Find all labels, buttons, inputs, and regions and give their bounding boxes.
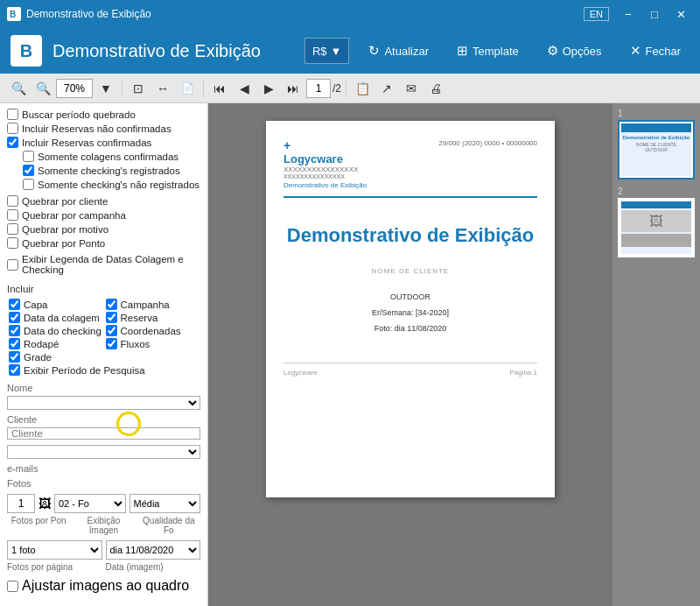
per-page-select[interactable]: 1 foto (7, 540, 102, 560)
ajustar-checkbox[interactable] (7, 581, 18, 592)
checkbox-incluir-reservas-nao-input[interactable] (7, 123, 18, 134)
email-button[interactable]: ✉ (400, 77, 423, 100)
bottom-labels: Fotos por página Data (imagem) (7, 562, 200, 572)
checkbox-incluir-reservas-conf-label: Incluir Reservas confirmadas (22, 137, 151, 148)
nome-select[interactable] (7, 396, 200, 410)
app-title: Demonstrativo de Exibição (52, 41, 294, 61)
refresh-icon: ↻ (368, 43, 380, 59)
fit-page-button[interactable]: ⊡ (127, 77, 150, 100)
preview-subtext: XXXXXXXXXXXXXXX (284, 173, 367, 180)
preview-footer-right: Página 1 (509, 369, 537, 377)
currency-button[interactable]: R$ ▼ (304, 38, 350, 64)
checkbox-coordenadas[interactable]: Coordenadas (106, 325, 200, 336)
thumb-1-frame[interactable]: Demonstrativo de Exibição NOME DE CLIENT… (618, 120, 695, 180)
close-window-button[interactable]: ✕ (668, 4, 693, 25)
checkbox-data-colagem[interactable]: Data da colagem (9, 312, 102, 323)
checkbox-quebrar-ponto[interactable]: Quebrar por Ponto (7, 237, 200, 249)
checkbox-somente-colagens-input[interactable] (23, 151, 34, 162)
thumb-2-frame[interactable]: 🖼 (618, 198, 695, 257)
checkbox-quebrar-ponto-input[interactable] (7, 237, 18, 249)
maximize-button[interactable]: □ (642, 4, 667, 25)
main-layout: Buscar período quebrado Incluir Reservas… (0, 103, 700, 606)
last-page-button[interactable]: ⏭ (282, 77, 304, 100)
checkbox-rodape[interactable]: Rodapé (9, 338, 102, 349)
checkbox-somente-checkings-reg-input[interactable] (23, 165, 34, 176)
date-label: Data (imagem) (106, 562, 201, 572)
checkbox-somente-colagens-label: Somente colagens confirmadas (38, 152, 178, 162)
share-button[interactable]: ↗ (375, 77, 398, 100)
thumb-2-page-num: 2 (618, 187, 695, 196)
zoom-dropdown-button[interactable]: ▼ (94, 77, 117, 100)
page-icon-btn[interactable]: 📄 (176, 77, 199, 100)
checkbox-campanha[interactable]: Campanha (106, 299, 200, 310)
thumb-1-img: Demonstrativo de Exibição NOME DE CLIENT… (621, 123, 691, 176)
checkbox-somente-checkings-noreg-input[interactable] (23, 179, 34, 190)
checkbox-fluxos[interactable]: Fluxos (106, 338, 200, 349)
left-panel: Buscar período quebrado Incluir Reservas… (0, 103, 208, 606)
checkbox-buscar-periodo[interactable]: Buscar período quebrado (7, 109, 200, 120)
cliente-input[interactable] (7, 427, 200, 440)
checkbox-somente-checkings-reg[interactable]: Somente checking's registrados (7, 165, 200, 176)
current-page-input[interactable] (306, 79, 331, 98)
checkbox-incluir-reservas-conf-input[interactable] (7, 137, 18, 148)
zoom-out-button[interactable]: 🔍 (7, 77, 30, 100)
checkbox-capa[interactable]: Capa (9, 299, 102, 310)
zoom-input[interactable] (56, 79, 93, 98)
thumb-2-photo2 (621, 234, 691, 247)
fotos-model-select[interactable]: Modelo 02 - Fo (54, 494, 126, 513)
fotos-num-input[interactable] (7, 494, 35, 513)
fotos-quality-select[interactable]: Média (130, 494, 201, 513)
prev-page-button[interactable]: ◀ (233, 77, 256, 100)
options-button[interactable]: ⚙ Opções (538, 38, 611, 64)
preview-main-title: Demonstrativo de Exibição (284, 224, 537, 247)
thumb-2-photo: 🖼 (621, 210, 691, 232)
thumbnail-2[interactable]: 2 🖼 (618, 187, 695, 257)
include-grid: Capa Campanha Data da colagem Reserva Da… (7, 299, 200, 376)
checkbox-reserva[interactable]: Reserva (106, 312, 200, 323)
date-select[interactable]: dia 11/08/2020 (106, 540, 201, 560)
checkbox-quebrar-campanha[interactable]: Quebrar por campanha (7, 209, 200, 221)
fit-width-button[interactable]: ↔ (151, 77, 174, 100)
checkbox-quebrar-cliente[interactable]: Quebrar por cliente (7, 195, 200, 207)
first-page-button[interactable]: ⏮ (208, 77, 231, 100)
preview-outdoor-label: OUTDOOR (284, 289, 537, 305)
print-button[interactable]: 🖨 (424, 77, 447, 100)
checkbox-incluir-reservas-nao-label: Incluir Reservas não confirmadas (22, 123, 172, 134)
bottom-row: 1 foto dia 11/08/2020 (7, 540, 200, 560)
preview-nome-label: NOME DE CLIENTE (284, 264, 537, 278)
checkbox-somente-checkings-noreg-label: Somente checking's não registrados (38, 180, 200, 190)
template-icon: ⊞ (457, 43, 468, 59)
emails-select[interactable] (7, 445, 200, 459)
checkbox-exibir-periodo[interactable]: Exibir Período de Pesquisa (9, 364, 199, 376)
thumbnail-1[interactable]: 1 Demonstrativo de Exibição NOME DE CLIE… (618, 109, 695, 180)
checkbox-grade[interactable]: Grade (9, 351, 102, 363)
zoom-in-button[interactable]: 🔍 (32, 77, 54, 100)
checkbox-data-checking[interactable]: Data do checking (9, 325, 102, 336)
checkbox-exibir-legenda-input[interactable] (7, 259, 18, 271)
checkbox-quebrar-cliente-input[interactable] (7, 195, 18, 207)
center-panel: +Logycware XXXXXXXXXXXXXXXX XXXXXXXXXXXX… (208, 103, 612, 606)
checkbox-somente-checkings-noreg[interactable]: Somente checking's não registrados (7, 179, 200, 190)
ajustar-row[interactable]: Ajustar imagens ao quadro (7, 578, 200, 594)
gear-icon: ⚙ (547, 43, 558, 59)
checkbox-quebrar-campanha-input[interactable] (7, 209, 18, 221)
copy-button[interactable]: 📋 (351, 77, 374, 100)
checkbox-quebrar-motivo[interactable]: Quebrar por motivo (7, 223, 200, 235)
checkbox-incluir-reservas-conf[interactable]: Incluir Reservas confirmadas (7, 137, 200, 148)
thumb-1-header-bar (621, 123, 691, 132)
next-page-button[interactable]: ▶ (257, 77, 280, 100)
checkbox-quebrar-motivo-input[interactable] (7, 223, 18, 235)
cliente-label: Cliente (7, 414, 200, 425)
close-button[interactable]: ✕ Fechar (621, 38, 690, 64)
update-button[interactable]: ↻ Atualizar (360, 38, 438, 64)
checkbox-quebrar-motivo-label: Quebrar por motivo (22, 224, 108, 235)
separator-2 (203, 80, 204, 97)
checkbox-buscar-periodo-input[interactable] (7, 109, 18, 120)
checkbox-exibir-legenda[interactable]: Exibir Legenda de Datas Colagem e Checki… (7, 254, 200, 275)
app-logo: B (10, 35, 42, 67)
checkbox-somente-colagens[interactable]: Somente colagens confirmadas (7, 151, 200, 162)
template-button[interactable]: ⊞ Template (448, 38, 528, 64)
checkbox-incluir-reservas-nao[interactable]: Incluir Reservas não confirmadas (7, 123, 200, 134)
language-badge: EN (584, 7, 609, 21)
minimize-button[interactable]: − (616, 4, 640, 25)
